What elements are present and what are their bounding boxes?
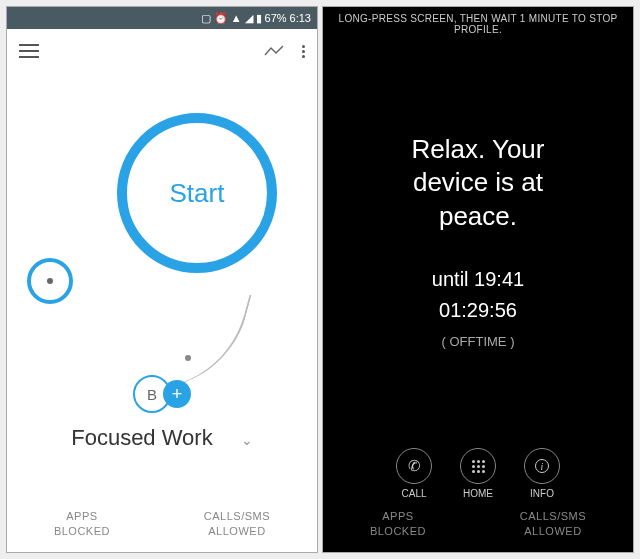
main-canvas: Start B + Focused Work ⌄: [7, 73, 317, 499]
action-row: ✆ CALL HOME i INFO: [323, 442, 633, 503]
vibrate-icon: ▢: [201, 12, 211, 25]
status-bar: ▢ ⏰ ▲ ◢ ▮ 67% 6:13: [7, 7, 317, 29]
phone-right[interactable]: LONG-PRESS SCREEN, THEN WAIT 1 MINUTE TO…: [322, 6, 634, 553]
battery-icon: ▮: [256, 12, 262, 25]
apps-blocked-button[interactable]: APPS BLOCKED: [370, 509, 426, 538]
phone-left: ▢ ⏰ ▲ ◢ ▮ 67% 6:13 Start: [6, 6, 318, 553]
home-button[interactable]: HOME: [460, 448, 496, 499]
profile-name-label: Focused Work: [71, 425, 212, 450]
profile-chip-row: B +: [7, 375, 317, 413]
battery-percent: 67%: [265, 12, 287, 24]
info-icon: i: [524, 448, 560, 484]
clock-time: 6:13: [290, 12, 311, 24]
profile-selector[interactable]: Focused Work ⌄: [7, 425, 317, 451]
apps-blocked-button[interactable]: APPS BLOCKED: [54, 509, 110, 538]
call-button[interactable]: ✆ CALL: [396, 448, 432, 499]
overflow-icon[interactable]: [302, 45, 305, 58]
apps-grid-icon: [460, 448, 496, 484]
orbit-node[interactable]: [27, 258, 73, 304]
chevron-down-icon: ⌄: [241, 432, 253, 448]
info-button[interactable]: i INFO: [524, 448, 560, 499]
start-button[interactable]: Start: [117, 113, 277, 273]
offtime-label: ( OFFTIME ): [442, 334, 515, 349]
stop-hint: LONG-PRESS SCREEN, THEN WAIT 1 MINUTE TO…: [323, 7, 633, 39]
menu-icon[interactable]: [19, 44, 39, 58]
screenshot-pair: ▢ ⏰ ▲ ◢ ▮ 67% 6:13 Start: [0, 0, 640, 559]
peace-message: Relax. Your device is at peace.: [412, 133, 545, 234]
signal-icon: ◢: [245, 12, 253, 25]
footer-dark: APPS BLOCKED CALLS/SMS ALLOWED: [323, 503, 633, 552]
add-profile-button[interactable]: +: [163, 380, 191, 408]
profile-chip[interactable]: B +: [133, 375, 191, 413]
calls-allowed-button[interactable]: CALLS/SMS ALLOWED: [204, 509, 270, 538]
app-bar: [7, 29, 317, 73]
wifi-icon: ▲: [231, 12, 242, 24]
footer: APPS BLOCKED CALLS/SMS ALLOWED: [7, 499, 317, 552]
until-time: until 19:41: [432, 268, 524, 291]
alarm-icon: ⏰: [214, 12, 228, 25]
offtime-center: Relax. Your device is at peace. until 19…: [323, 39, 633, 442]
status-icons: ▢ ⏰ ▲ ◢ ▮ 67% 6:13: [201, 12, 311, 25]
orbit-end-dot: [185, 355, 191, 361]
stats-icon[interactable]: [264, 44, 284, 58]
calls-allowed-button[interactable]: CALLS/SMS ALLOWED: [520, 509, 586, 538]
appbar-actions: [264, 44, 305, 58]
phone-icon: ✆: [396, 448, 432, 484]
countdown: 01:29:56: [439, 299, 517, 322]
start-label: Start: [170, 178, 225, 209]
